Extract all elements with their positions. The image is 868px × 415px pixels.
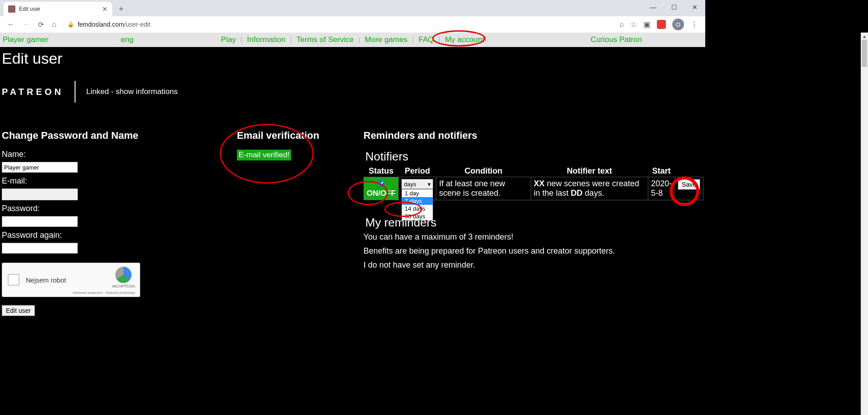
period-option[interactable]: 1 day xyxy=(402,189,433,197)
recaptcha-label: Nejsem robot xyxy=(26,276,66,284)
back-button[interactable]: ← xyxy=(7,20,14,28)
window-controls: — ☐ ✕ xyxy=(643,0,705,14)
divider xyxy=(75,81,75,103)
close-window-button[interactable]: ✕ xyxy=(684,0,705,14)
favicon-icon xyxy=(8,5,15,13)
period-dropdown[interactable]: 1 day 7 days 14 days 30 days xyxy=(401,189,433,221)
th-notifier-text: Notifier text xyxy=(531,165,648,177)
player-link[interactable]: Player gamer xyxy=(3,35,48,44)
period-cell: days▾ 1 day 7 days 14 days 30 days xyxy=(399,177,436,200)
th-start: Start xyxy=(648,165,675,177)
table-row: ON/OFF days▾ 1 day 7 days 14 days 30 day… xyxy=(364,177,703,200)
browser-chrome: Edit user ✕ + — ☐ ✕ ← → ⟳ ⌂ 🔒 femdosland… xyxy=(0,0,705,33)
email-input[interactable] xyxy=(2,189,78,200)
change-password-section: Change Password and Name Name: E-mail: P… xyxy=(2,130,228,316)
email-verified-badge: E-mail verified! xyxy=(237,150,291,160)
nav-icons: ← → ⟳ ⌂ xyxy=(4,20,57,29)
minimize-button[interactable]: — xyxy=(643,0,664,14)
condition-cell: If at least one new scene is created. xyxy=(436,177,531,200)
edit-user-button[interactable]: Edit user xyxy=(2,305,35,316)
lang-link[interactable]: eng xyxy=(121,35,133,44)
name-input[interactable] xyxy=(2,162,78,173)
period-option-selected[interactable]: 7 days xyxy=(402,197,433,205)
profile-avatar[interactable]: O xyxy=(672,19,684,30)
nav-play[interactable]: Play xyxy=(221,35,236,44)
address-bar: ← → ⟳ ⌂ 🔒 femdosland.com/user-edit ⌕ ☆ ▣… xyxy=(0,16,705,33)
patreon-linked-link[interactable]: Linked - show informations xyxy=(86,87,178,96)
section-heading: Change Password and Name xyxy=(2,130,228,141)
section-heading: Reminders and notifiers xyxy=(363,130,703,141)
th-condition: Condition xyxy=(436,165,531,177)
password-label: Password: xyxy=(2,204,228,213)
nav-my-account[interactable]: My account xyxy=(445,35,484,44)
site-nav: Player gamer eng Play| Information| Term… xyxy=(0,33,705,47)
recaptcha-logo: reCAPTCHA xyxy=(112,267,135,288)
notifiers-table: Status Period Condition Notifier text St… xyxy=(363,165,703,200)
table-header-row: Status Period Condition Notifier text St… xyxy=(364,165,703,177)
period-option[interactable]: 30 days xyxy=(402,212,433,220)
nav-information[interactable]: Information xyxy=(247,35,285,44)
patreon-block: PATREON Linked - show informations xyxy=(2,81,703,103)
th-period: Period xyxy=(399,165,436,177)
period-option[interactable]: 14 days xyxy=(402,205,433,212)
start-cell: 2020-5-8 xyxy=(648,177,675,200)
maximize-button[interactable]: ☐ xyxy=(664,0,684,14)
tab-title: Edit user xyxy=(19,6,40,12)
notifiers-heading: Notifiers xyxy=(365,150,703,164)
close-tab-icon[interactable]: ✕ xyxy=(102,5,108,13)
nav-faq[interactable]: FAQ xyxy=(419,35,434,44)
key-icon[interactable]: ⌕ xyxy=(619,20,624,29)
recaptcha-checkbox[interactable] xyxy=(8,274,19,286)
notifier-text-cell: XX new scenes were created in the last D… xyxy=(531,177,648,200)
star-icon[interactable]: ☆ xyxy=(630,20,637,29)
recaptcha-widget[interactable]: Nejsem robot reCAPTCHA Ochrana soukromí … xyxy=(2,263,140,297)
browser-tab[interactable]: Edit user ✕ xyxy=(4,2,112,16)
lock-icon: 🔒 xyxy=(67,21,74,28)
onoff-label: ON/OFF xyxy=(367,189,396,198)
reload-button[interactable]: ⟳ xyxy=(38,20,44,29)
save-button[interactable]: Save xyxy=(678,179,700,190)
recaptcha-foot: Ochrana soukromí · Smluvní podmínky xyxy=(73,291,135,295)
section-heading: Email verification xyxy=(237,130,354,141)
page-body: Edit user PATREON Linked - show informat… xyxy=(0,50,705,415)
period-select[interactable]: days▾ 1 day 7 days 14 days 30 days xyxy=(401,179,433,189)
reminders-info-3: I do not have set any reminder. xyxy=(363,260,703,270)
nav-terms[interactable]: Terms of Service xyxy=(297,35,354,44)
patreon-logo: PATREON xyxy=(2,87,64,97)
name-label: Name: xyxy=(2,150,228,159)
status-cell: ON/OFF xyxy=(364,177,399,200)
nav-patron[interactable]: Curious Patron xyxy=(591,35,642,44)
page-title: Edit user xyxy=(2,50,703,67)
menu-icon[interactable]: ⋮ xyxy=(690,20,698,29)
reminders-info-2: Benefits are being prepared for Patreon … xyxy=(363,246,703,256)
extension-icon[interactable] xyxy=(657,20,666,29)
nav-more-games[interactable]: More games xyxy=(365,35,407,44)
chevron-down-icon: ▾ xyxy=(428,181,431,188)
home-button[interactable]: ⌂ xyxy=(52,20,57,28)
email-label: E-mail: xyxy=(2,176,228,186)
url-display[interactable]: 🔒 femdosland.com/user-edit xyxy=(62,21,614,28)
forward-button[interactable]: → xyxy=(23,20,30,28)
new-tab-button[interactable]: + xyxy=(115,3,127,15)
cast-icon[interactable]: ▣ xyxy=(643,20,651,29)
reminders-section: Reminders and notifiers Notifiers Status… xyxy=(363,130,703,316)
password-again-input[interactable] xyxy=(2,243,78,254)
email-verification-section: Email verification E-mail verified! xyxy=(237,130,354,316)
url-host: femdosland.com xyxy=(78,21,124,28)
password-input[interactable] xyxy=(2,216,78,227)
password-again-label: Password again: xyxy=(2,231,228,240)
th-status: Status xyxy=(364,165,399,177)
tab-bar: Edit user ✕ + xyxy=(0,0,705,16)
url-path: /user-edit xyxy=(124,21,150,28)
status-checkbox[interactable] xyxy=(378,180,384,186)
reminders-info-1: You can have a maximum of 3 reminders! xyxy=(363,232,703,242)
